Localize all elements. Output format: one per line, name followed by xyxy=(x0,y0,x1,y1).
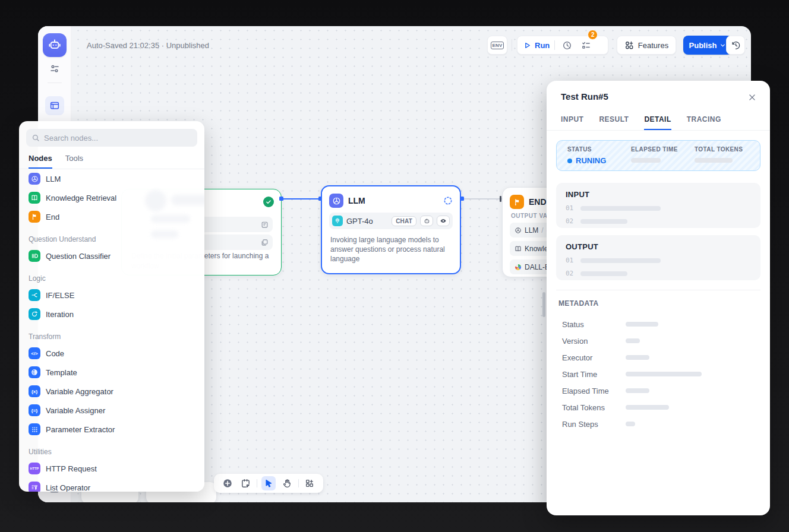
node-search-box xyxy=(26,129,197,147)
features-button[interactable]: Features xyxy=(617,36,676,55)
dalle-color-icon xyxy=(515,264,522,271)
pointer-mode-button[interactable] xyxy=(261,476,276,490)
node-item-variable-aggregator[interactable]: {x} Variable Aggregator xyxy=(24,382,200,401)
publish-button[interactable]: Publish xyxy=(683,36,732,55)
play-icon xyxy=(523,42,531,49)
line-number: 02 xyxy=(566,217,573,225)
node-item-question-classifier[interactable]: Question Classifier xyxy=(24,246,200,265)
env-button[interactable]: ENV xyxy=(487,36,507,55)
code-icon: </> xyxy=(29,347,40,359)
add-note-button[interactable] xyxy=(239,476,253,490)
topbar-separator xyxy=(512,39,512,51)
node-item-llm[interactable]: LLM xyxy=(24,169,200,188)
node-item-variable-assigner[interactable]: {=} Variable Assigner xyxy=(24,401,200,420)
node-selector-panel: Nodes Tools LLM Knowledge Retrieval End … xyxy=(19,121,204,492)
robot-icon xyxy=(48,39,61,52)
tab-tracing[interactable]: TRACING xyxy=(687,109,721,130)
section-transform: Transform xyxy=(24,324,200,344)
search-input[interactable] xyxy=(44,134,192,142)
section-logic: Logic xyxy=(24,265,200,286)
model-name: GPT-4o xyxy=(346,217,373,226)
vision-robot-icon xyxy=(420,216,433,226)
list-operator-icon xyxy=(29,482,40,492)
success-check-icon xyxy=(263,197,274,207)
input-title: INPUT xyxy=(566,190,751,199)
close-icon[interactable] xyxy=(745,90,759,104)
node-panel-tabs: Nodes Tools xyxy=(19,149,204,169)
llm-node-title: LLM xyxy=(348,196,365,205)
llm-output-port[interactable] xyxy=(460,197,464,201)
version-history-button[interactable] xyxy=(726,36,745,55)
canvas-scrollbar-thumb[interactable] xyxy=(542,292,545,317)
meta-skeleton xyxy=(626,422,635,426)
openai-model-icon xyxy=(332,216,343,226)
knowledge-book-icon xyxy=(29,192,40,204)
node-item-http-request[interactable]: HTTP HTTP Request xyxy=(24,459,200,478)
backdrop-blob xyxy=(145,190,166,211)
node-item-if-else[interactable]: IF/ELSE xyxy=(24,286,200,305)
hand-mode-button[interactable] xyxy=(280,476,294,490)
organize-layout-button[interactable] xyxy=(302,476,317,490)
tab-tools[interactable]: Tools xyxy=(65,149,83,169)
meta-skeleton xyxy=(626,322,658,327)
tab-nodes[interactable]: Nodes xyxy=(29,149,52,169)
meta-skeleton xyxy=(626,355,649,360)
input-skeleton-2 xyxy=(580,219,627,224)
run-button[interactable]: Run xyxy=(523,41,550,50)
checklist-icon[interactable]: 2 xyxy=(579,38,593,52)
backdrop-blob xyxy=(151,230,178,238)
node-item-iteration[interactable]: Iteration xyxy=(24,305,200,324)
meta-row-status: Status xyxy=(562,316,756,332)
input-skeleton-1 xyxy=(580,206,661,211)
edge-start-to-llm xyxy=(282,198,321,200)
meta-row-elapsed-time: Elapsed Time xyxy=(562,382,756,399)
run-history-icon[interactable] xyxy=(560,38,574,52)
metadata-title: METADATA xyxy=(558,299,599,308)
node-item-parameter-extractor[interactable]: Parameter Extractor xyxy=(24,420,200,439)
metadata-list: Status Version Executor Start Time Elaps… xyxy=(562,316,756,432)
meta-row-run-steps: Run Steps xyxy=(562,416,756,432)
llm-node[interactable]: LLM GPT-4o CHAT xyxy=(321,185,461,274)
question-classifier-icon xyxy=(29,250,40,262)
output-skeleton-2 xyxy=(580,271,627,276)
app-avatar[interactable] xyxy=(43,33,67,57)
status-label: STATUS xyxy=(567,146,631,153)
output-title: OUTPUT xyxy=(566,242,751,251)
run-group-divider xyxy=(554,40,555,50)
run-button-group: Run 2 xyxy=(517,36,608,55)
llm-icon xyxy=(29,173,40,185)
metadata-divider xyxy=(556,290,760,290)
node-item-template[interactable]: Template xyxy=(24,363,200,382)
tab-input[interactable]: INPUT xyxy=(561,109,583,130)
loading-spinner-icon xyxy=(443,196,453,205)
paragraph-field-icon xyxy=(261,239,269,246)
book-var-icon xyxy=(515,245,522,252)
search-icon xyxy=(31,134,40,142)
node-item-code[interactable]: </> Code xyxy=(24,344,200,363)
output-card: OUTPUT 01 02 xyxy=(556,235,760,280)
tab-detail[interactable]: DETAIL xyxy=(644,109,671,130)
start-output-port[interactable] xyxy=(279,197,283,201)
section-utilities: Utilities xyxy=(24,439,200,459)
run-panel-title: Test Run#5 xyxy=(561,91,608,102)
parameter-extractor-icon xyxy=(29,423,40,435)
settings-sliders-icon[interactable] xyxy=(45,59,64,78)
llm-model-selector[interactable]: GPT-4o CHAT xyxy=(329,213,453,229)
if-else-icon xyxy=(29,289,40,301)
http-request-icon: HTTP xyxy=(29,463,40,474)
meta-skeleton xyxy=(626,372,702,376)
end-input-port[interactable] xyxy=(500,196,501,202)
toolbar-divider xyxy=(257,479,257,487)
meta-row-total-tokens: Total Tokens xyxy=(562,399,756,416)
run-panel-tabs: INPUT RESULT DETAIL TRACING xyxy=(547,109,770,131)
add-node-button[interactable] xyxy=(220,476,235,490)
backdrop-blob xyxy=(151,215,190,223)
clock-rewind-icon xyxy=(731,40,741,50)
orchestrate-window-icon[interactable] xyxy=(45,96,64,115)
eye-icon xyxy=(437,216,450,226)
tab-result[interactable]: RESULT xyxy=(599,109,629,130)
output-skeleton-1 xyxy=(580,258,661,263)
meta-row-start-time: Start Time xyxy=(562,366,756,382)
node-item-list-operator[interactable]: List Operator xyxy=(24,478,200,492)
elapsed-skeleton xyxy=(631,158,661,163)
